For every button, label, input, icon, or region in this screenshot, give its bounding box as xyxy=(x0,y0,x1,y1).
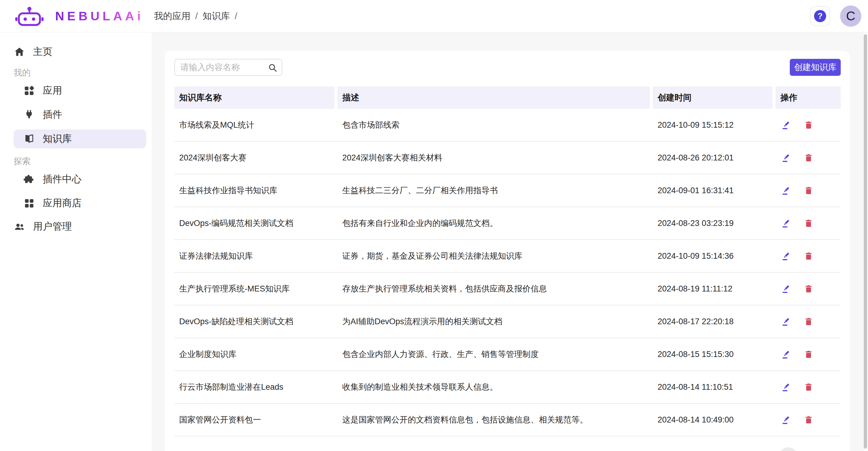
avatar[interactable]: C xyxy=(840,5,861,27)
edit-pencil-icon[interactable] xyxy=(782,383,791,392)
trash-icon[interactable] xyxy=(804,251,813,261)
users-icon xyxy=(13,221,25,232)
table-row: DevOps-编码规范相关测试文档 包括有来自行业和企业内的编码规范文档。 20… xyxy=(174,207,841,240)
edit-pencil-icon[interactable] xyxy=(782,120,791,129)
sidebar-item-label: 用户管理 xyxy=(33,220,72,233)
knowledge-base-table: 知识库名称 描述 创建时间 操作 市场线索及MQL统计 包含市场部线索 2024… xyxy=(174,86,841,437)
breadcrumb-item-apps[interactable]: 我的应用 xyxy=(154,10,190,23)
cell-name: DevOps-编码规范相关测试文档 xyxy=(174,218,334,229)
sidebar-item-label: 插件中心 xyxy=(43,173,82,186)
breadcrumb-item-knowledge[interactable]: 知识库 xyxy=(203,10,230,23)
trash-icon[interactable] xyxy=(804,219,813,228)
cell-name: 国家管网公开资料包一 xyxy=(174,414,334,425)
cell-created-time: 2024-08-15 15:15:30 xyxy=(653,350,773,359)
sidebar-item-label: 主页 xyxy=(33,45,53,59)
cell-operations xyxy=(776,284,841,293)
cell-created-time: 2024-08-14 11:10:51 xyxy=(653,383,773,392)
table-row: DevOps-缺陷处理相关测试文档 为AI辅助DevOps流程演示用的相关测试文… xyxy=(174,305,841,338)
table-row: 2024深圳创客大赛 2024深圳创客大赛相关材料 2024-08-26 20:… xyxy=(174,142,841,174)
cell-created-time: 2024-09-01 16:31:41 xyxy=(653,186,773,195)
cell-description: 生益科技二三分厂、二分厂相关作用指导书 xyxy=(337,185,650,196)
sidebar-item-plugin-center[interactable]: 插件中心 xyxy=(0,170,152,189)
table-row: 生益科技作业指导书知识库 生益科技二三分厂、二分厂相关作用指导书 2024-09… xyxy=(174,174,841,207)
puzzle-icon xyxy=(23,174,35,185)
breadcrumb-separator: / xyxy=(235,11,237,21)
cell-name: 生益科技作业指导书知识库 xyxy=(174,185,334,196)
question-mark-icon: ? xyxy=(814,10,826,22)
sidebar-item-knowledge-base[interactable]: 知识库 xyxy=(13,129,146,148)
column-header-name: 知识库名称 xyxy=(174,86,334,109)
sidebar-section-explore: 探索 xyxy=(0,156,152,167)
brand-name: NEBULAAi xyxy=(55,9,144,23)
cell-description: 包括有来自行业和企业内的编码规范文档。 xyxy=(337,218,650,229)
cell-operations xyxy=(776,251,841,261)
cell-description: 包含市场部线索 xyxy=(337,120,650,130)
sidebar-item-label: 知识库 xyxy=(43,132,72,146)
column-header-description: 描述 xyxy=(337,86,650,109)
trash-icon[interactable] xyxy=(804,415,813,424)
top-header: NEBULAAi 我的应用 / 知识库 / ? C xyxy=(0,0,868,32)
sidebar-item-label: 插件 xyxy=(43,108,62,121)
sidebar-item-label: 应用商店 xyxy=(43,197,82,210)
cell-description: 证券，期货，基金及证券公司相关法律法规知识库 xyxy=(337,250,650,262)
cell-operations xyxy=(776,383,841,392)
cell-operations xyxy=(776,186,841,195)
cell-created-time: 2024-10-09 15:15:12 xyxy=(653,120,773,130)
trash-icon[interactable] xyxy=(804,153,813,162)
trash-icon[interactable] xyxy=(804,284,813,293)
column-header-operations: 操作 xyxy=(776,86,841,109)
sidebar-item-user-management[interactable]: 用户管理 xyxy=(0,217,152,236)
cell-name: 2024深圳创客大赛 xyxy=(174,152,334,163)
search-box xyxy=(174,59,282,76)
apps-icon xyxy=(23,85,35,96)
book-icon xyxy=(23,133,35,145)
trash-icon[interactable] xyxy=(804,317,813,326)
sidebar-item-apps[interactable]: 应用 xyxy=(0,81,152,100)
table-header-row: 知识库名称 描述 创建时间 操作 xyxy=(174,86,841,109)
table-row: 市场线索及MQL统计 包含市场部线索 2024-10-09 15:15:12 xyxy=(174,109,841,142)
cell-description: 这是国家管网公开的文档资料信息包，包括设施信息、相关规范等。 xyxy=(337,414,650,425)
cell-created-time: 2024-08-19 11:11:12 xyxy=(653,284,773,294)
cell-description: 包含企业内部人力资源、行政、生产、销售等管理制度 xyxy=(337,349,650,360)
robot-icon xyxy=(11,6,47,26)
cell-description: 2024深圳创客大赛相关材料 xyxy=(337,152,650,163)
column-header-created-time: 创建时间 xyxy=(653,86,773,109)
cell-name: 行云市场部制造业潜在Leads xyxy=(174,382,334,392)
breadcrumb-separator: / xyxy=(195,11,198,21)
cell-name: 市场线索及MQL统计 xyxy=(174,120,334,130)
sidebar-item-plugins[interactable]: 插件 xyxy=(0,105,152,124)
edit-pencil-icon[interactable] xyxy=(782,186,791,195)
help-button[interactable]: ? xyxy=(810,6,830,26)
main-content: 创建知识库 知识库名称 描述 创建时间 操作 市场线索及MQL统计 包含市场部线… xyxy=(152,32,868,451)
search-icon[interactable] xyxy=(268,63,277,72)
edit-pencil-icon[interactable] xyxy=(782,317,791,326)
sidebar-item-home[interactable]: 主页 xyxy=(0,42,152,62)
cell-created-time: 2024-10-09 15:14:36 xyxy=(653,251,773,261)
edit-pencil-icon[interactable] xyxy=(782,350,791,359)
sidebar: 主页 我的 应用 插件 xyxy=(0,32,152,451)
trash-icon[interactable] xyxy=(804,383,813,392)
sidebar-section-my: 我的 xyxy=(0,68,152,78)
edit-pencil-icon[interactable] xyxy=(782,219,791,228)
cell-name: 生产执行管理系统-MES知识库 xyxy=(174,283,334,294)
trash-icon[interactable] xyxy=(804,186,813,195)
scrollbar-thumb[interactable] xyxy=(864,34,867,449)
cell-created-time: 2024-08-14 10:49:00 xyxy=(653,415,773,425)
cell-created-time: 2024-08-17 22:20:18 xyxy=(653,317,773,326)
search-input[interactable] xyxy=(180,62,265,72)
table-row: 企业制度知识库 包含企业内部人力资源、行政、生产、销售等管理制度 2024-08… xyxy=(174,338,841,371)
edit-pencil-icon[interactable] xyxy=(782,153,791,162)
cell-name: 企业制度知识库 xyxy=(174,349,334,360)
header-actions: ? C xyxy=(810,5,868,27)
cell-created-time: 2024-08-23 03:23:19 xyxy=(653,219,773,228)
trash-icon[interactable] xyxy=(804,120,813,129)
brand-logo[interactable]: NEBULAAi xyxy=(0,6,152,26)
edit-pencil-icon[interactable] xyxy=(782,284,791,293)
sidebar-item-app-store[interactable]: 应用商店 xyxy=(0,193,152,213)
trash-icon[interactable] xyxy=(804,350,813,359)
sidebar-item-label: 应用 xyxy=(43,84,62,97)
knowledge-base-card: 创建知识库 知识库名称 描述 创建时间 操作 市场线索及MQL统计 包含市场部线… xyxy=(165,51,850,451)
edit-pencil-icon[interactable] xyxy=(782,415,791,424)
edit-pencil-icon[interactable] xyxy=(782,251,791,261)
create-knowledge-base-button[interactable]: 创建知识库 xyxy=(790,59,841,76)
